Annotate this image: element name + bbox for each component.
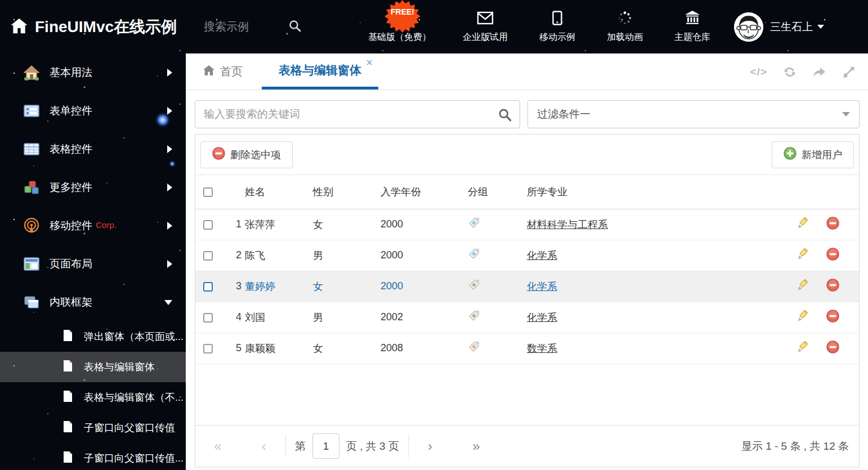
user-menu[interactable]: 三生石上: [734, 12, 824, 42]
avatar[interactable]: [734, 12, 763, 42]
delete-selected-button[interactable]: 删除选中项: [200, 141, 293, 168]
filter-dropdown-value: 过滤条件一: [537, 107, 590, 122]
major-link[interactable]: 化学系: [527, 312, 557, 323]
edit-icon[interactable]: [797, 217, 809, 232]
header-search-input[interactable]: [204, 20, 288, 33]
bank-icon: [684, 11, 700, 28]
document-icon: [63, 420, 73, 436]
code-icon[interactable]: </>: [750, 66, 767, 78]
search-icon[interactable]: [288, 19, 302, 35]
sidebar-item-more-controls[interactable]: 更多控件: [0, 168, 186, 207]
cell-year: 2000: [381, 209, 468, 240]
sidebar-item-grid-controls[interactable]: 表格控件: [0, 130, 186, 168]
cell-year: 2000: [381, 240, 468, 271]
page-suffix-label: 页 , 共 3 页: [346, 439, 399, 454]
sidebar-subitem-popup-window[interactable]: 弹出窗体（本页面或...: [0, 321, 186, 352]
nav-theme-store[interactable]: 主题仓库: [674, 11, 710, 43]
home-icon[interactable]: [10, 17, 28, 37]
envelope-icon: [477, 11, 494, 28]
major-link[interactable]: 化学系: [527, 250, 557, 261]
first-page-button[interactable]: «: [205, 438, 230, 454]
sidebar-subitem-grid-edit-window-2[interactable]: 表格与编辑窗体（不...: [0, 382, 186, 413]
nav-mobile-demo[interactable]: 移动示例: [539, 11, 575, 43]
edit-icon[interactable]: [797, 248, 809, 263]
cell-year: 2002: [381, 302, 468, 333]
sidebar-item-label: 更多控件: [50, 180, 92, 195]
data-grid: 姓名 性别 入学年份 分组 所学专业 1 张萍萍: [195, 175, 859, 364]
sidebar-subitem-grid-edit-window[interactable]: 表格与编辑窗体: [0, 352, 186, 382]
chevron-right-icon: [167, 183, 172, 191]
delete-row-icon[interactable]: [826, 341, 839, 356]
add-user-label: 新增用户: [802, 148, 842, 162]
row-checkbox[interactable]: [203, 282, 213, 292]
delete-row-icon[interactable]: [826, 217, 839, 232]
refresh-icon[interactable]: [783, 65, 797, 79]
search-icon[interactable]: [498, 108, 512, 124]
tag-icon: [468, 217, 480, 229]
row-checkbox[interactable]: [203, 251, 213, 261]
sidebar-subitem-child-to-parent-2[interactable]: 子窗口向父窗口传值...: [0, 443, 186, 470]
delete-row-icon[interactable]: [826, 279, 839, 294]
grid-panel: 删除选中项 新增用户: [195, 134, 860, 467]
table-row-selected[interactable]: 3 董婷婷 女 2000 化学系: [195, 271, 859, 302]
sidebar-item-page-layout[interactable]: 页面布局: [0, 245, 186, 283]
col-name: 姓名: [245, 175, 313, 209]
edit-icon[interactable]: [797, 279, 809, 294]
sidebar-subitem-label: 表格与编辑窗体: [84, 360, 155, 374]
row-number: 1: [222, 209, 245, 240]
sidebar-subitem-child-to-parent[interactable]: 子窗口向父窗口传值: [0, 413, 186, 443]
sidebar-item-basic-usage[interactable]: 基本用法: [0, 53, 186, 92]
tab-home[interactable]: 首页: [203, 53, 243, 89]
close-icon[interactable]: ✕: [366, 59, 373, 68]
add-user-button[interactable]: 新增用户: [772, 141, 854, 168]
delete-row-icon[interactable]: [826, 310, 839, 325]
row-checkbox[interactable]: [203, 344, 213, 353]
row-checkbox[interactable]: [203, 220, 213, 230]
sidebar-item-inline-frame[interactable]: 内联框架: [0, 283, 186, 321]
edit-icon[interactable]: [797, 310, 809, 325]
chevron-down-icon: [842, 112, 850, 117]
form-icon: [24, 103, 39, 119]
table-row[interactable]: 4 刘国 男 2002 化学系: [195, 302, 859, 333]
table-icon: [24, 141, 39, 157]
grid-header-row: 姓名 性别 入学年份 分组 所学专业: [195, 175, 859, 209]
sidebar-item-label: 移动控件: [50, 218, 92, 233]
last-page-button[interactable]: »: [464, 438, 489, 454]
filter-dropdown[interactable]: 过滤条件一: [527, 100, 860, 128]
table-row[interactable]: 2 陈飞 男 2000 化学系: [195, 240, 859, 271]
major-link[interactable]: 数学系: [527, 343, 557, 354]
col-gender: 性别: [313, 175, 381, 209]
prev-page-button[interactable]: ‹: [252, 438, 276, 454]
select-all-checkbox[interactable]: [203, 187, 213, 197]
sidebar-item-mobile-controls[interactable]: 移动控件 Corp.: [0, 207, 186, 245]
document-icon: [63, 451, 73, 466]
table-row[interactable]: 5 康颖颖 女 2008 数学系: [195, 333, 859, 364]
sidebar-subitem-label: 子窗口向父窗口传值: [84, 421, 175, 435]
expand-icon[interactable]: [842, 65, 856, 79]
tab-grid-edit-window[interactable]: 表格与编辑窗体 ✕: [262, 53, 378, 89]
cell-name: 董婷婷: [245, 271, 313, 302]
table-row[interactable]: 1 张萍萍 女 2000 材料科学与工程系: [195, 209, 859, 240]
col-rownum: [222, 175, 245, 209]
next-page-button[interactable]: ›: [418, 438, 442, 454]
nav-enterprise-trial[interactable]: 企业版试用: [463, 11, 508, 43]
delete-row-icon[interactable]: [826, 248, 839, 263]
sidebar-item-label: 内联框架: [50, 295, 92, 310]
page-prefix-label: 第: [295, 439, 306, 454]
keyword-search-input[interactable]: [195, 101, 520, 128]
app-title[interactable]: FineUIMvc在线示例: [35, 16, 177, 38]
cell-year: 2000: [381, 271, 468, 302]
nav-label: 移动示例: [539, 32, 575, 43]
major-link[interactable]: 化学系: [527, 281, 557, 292]
edit-icon[interactable]: [797, 341, 809, 356]
page-number-input[interactable]: [312, 433, 339, 459]
major-link[interactable]: 材料科学与工程系: [527, 219, 608, 230]
sidebar-item-form-controls[interactable]: 表单控件: [0, 92, 186, 130]
share-icon[interactable]: [812, 65, 826, 79]
row-checkbox[interactable]: [203, 313, 213, 323]
document-icon: [63, 360, 73, 375]
nav-loading-anim[interactable]: 加载动画: [607, 11, 643, 43]
sidebar-item-label: 基本用法: [50, 65, 92, 80]
user-name[interactable]: 三生石上: [770, 20, 813, 34]
top-header: FineUIMvc在线示例 FREE! 基础版（免费） 企业版试用: [0, 0, 868, 53]
